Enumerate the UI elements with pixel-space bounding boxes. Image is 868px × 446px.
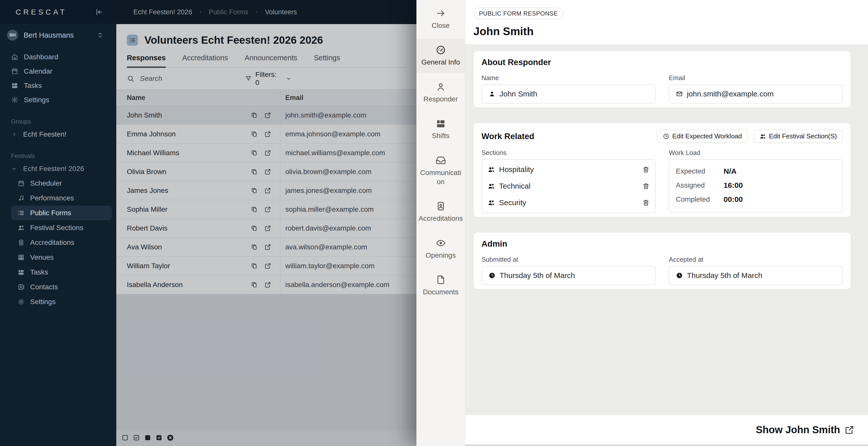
- trash-icon[interactable]: [643, 199, 650, 206]
- collapse-sidebar-icon[interactable]: [94, 7, 103, 17]
- trash-icon[interactable]: [643, 166, 650, 173]
- breadcrumb-volunteers[interactable]: Volunteers: [265, 8, 297, 16]
- sidebar-festival-item[interactable]: Venues: [11, 250, 112, 265]
- drawer-nav-item[interactable]: General Info: [416, 39, 465, 73]
- sidebar-festival-item[interactable]: Festival Sections: [11, 221, 112, 235]
- tab[interactable]: Announcements: [245, 54, 298, 68]
- sidebar-item-group[interactable]: Echt Feesten!: [0, 127, 116, 141]
- copy-icon[interactable]: [251, 282, 257, 288]
- table-row[interactable]: Emma Johnson emma.johnson@example.com: [116, 125, 416, 144]
- column-name[interactable]: Name: [116, 94, 280, 102]
- square-filled-icon[interactable]: [144, 434, 151, 442]
- external-link-icon[interactable]: [265, 150, 271, 156]
- edit-festival-sections-button[interactable]: Edit Festival Section(S): [753, 130, 843, 143]
- list-icon: [129, 37, 136, 44]
- festival-item-label: Tasks: [30, 268, 48, 276]
- external-link-icon[interactable]: [265, 131, 271, 137]
- sidebar-festival-item[interactable]: Public Forms: [11, 206, 112, 220]
- table-row[interactable]: James Jones james.jones@example.com: [116, 181, 416, 200]
- row-name: Sophia Miller: [127, 205, 244, 214]
- drawer-nav-item[interactable]: Documents: [416, 268, 465, 302]
- copy-icon[interactable]: [251, 206, 257, 213]
- section-name: Security: [499, 198, 526, 207]
- name-label: Name: [482, 74, 655, 82]
- response-drawer: Close General Info Responder Shifts Comm…: [416, 0, 868, 446]
- table-row[interactable]: Robert Davis robert.davis@example.com: [116, 219, 416, 238]
- table-row[interactable]: Michael Williams michael.williams@exampl…: [116, 144, 416, 162]
- file-icon: [435, 275, 446, 285]
- drawer-nav-label: Close: [432, 21, 450, 30]
- copy-icon[interactable]: [251, 112, 257, 119]
- trash-icon[interactable]: [643, 183, 650, 190]
- eye-icon: [435, 238, 446, 248]
- table-row[interactable]: Sophia Miller sophia.miller@example.com: [116, 200, 416, 219]
- table-row[interactable]: Isabella Anderson isabella.anderson@exam…: [116, 276, 416, 294]
- filters-button[interactable]: Filters: 0: [245, 70, 291, 87]
- external-link-icon[interactable]: [265, 187, 271, 194]
- external-link-icon[interactable]: [265, 225, 271, 231]
- square-check-icon[interactable]: [133, 434, 140, 442]
- sidebar-item[interactable]: Calendar: [0, 64, 116, 78]
- copy-icon[interactable]: [251, 150, 257, 156]
- square-icon[interactable]: [121, 434, 129, 442]
- row-name: Olivia Brown: [127, 168, 244, 176]
- copy-icon[interactable]: [251, 168, 257, 175]
- sidebar-festival-item[interactable]: Contacts: [11, 280, 112, 294]
- sidebar-festival-item[interactable]: Tasks: [11, 265, 112, 280]
- email-field[interactable]: john.smith@example.com: [669, 84, 843, 103]
- drawer-nav-item[interactable]: Responder: [416, 75, 465, 110]
- sidebar-item[interactable]: Dashboard: [0, 50, 116, 64]
- drawer-nav-item[interactable]: Communication: [416, 149, 465, 193]
- sidebar-festival-item[interactable]: Scheduler: [11, 176, 112, 191]
- external-link-icon[interactable]: [265, 206, 271, 213]
- sidebar-item[interactable]: Settings: [0, 93, 116, 107]
- user-menu[interactable]: BH Bert Hausmans: [0, 24, 116, 46]
- copy-icon[interactable]: [251, 225, 257, 231]
- copy-icon[interactable]: [251, 187, 257, 194]
- breadcrumb-public-forms[interactable]: Public Forms: [209, 8, 248, 16]
- name-field[interactable]: John Smith: [482, 84, 655, 103]
- external-link-icon[interactable]: [265, 244, 271, 250]
- drawer-nav-item[interactable]: Close: [416, 2, 465, 36]
- app-root: CRESCAT BH Bert Hausmans Dashboard Calen…: [0, 0, 868, 446]
- drawer-nav-item[interactable]: Accreditations: [416, 195, 465, 229]
- search-input[interactable]: [140, 74, 245, 83]
- external-link-icon[interactable]: [265, 282, 271, 288]
- table-row[interactable]: Ava Wilson ava.wilson@example.com: [116, 238, 416, 257]
- email-value: john.smith@example.com: [687, 90, 774, 98]
- drawer-nav-item[interactable]: Shifts: [416, 112, 465, 147]
- sidebar-item-festival[interactable]: Echt Feesten! 2026: [0, 161, 116, 176]
- external-link-icon[interactable]: [265, 263, 271, 269]
- tabs: ResponsesAccreditationsAnnouncementsSett…: [127, 54, 406, 68]
- filters-label: Filters: 0: [255, 70, 282, 87]
- external-link-icon[interactable]: [265, 112, 271, 119]
- copy-icon[interactable]: [251, 263, 257, 269]
- accepted-at-field[interactable]: Thursday 5th of March: [669, 266, 843, 285]
- breadcrumb-festival[interactable]: Echt Feesten! 2026: [133, 8, 192, 16]
- copy-icon[interactable]: [251, 131, 257, 137]
- drawer-nav-item[interactable]: Openings: [416, 232, 465, 266]
- submitted-at-label: Submitted at: [482, 256, 655, 263]
- copy-icon[interactable]: [251, 244, 257, 250]
- submitted-at-field[interactable]: Thursday 5th of March: [482, 266, 655, 285]
- tab[interactable]: Settings: [314, 54, 340, 68]
- column-email[interactable]: Email: [280, 90, 416, 106]
- festival-item-label: Performances: [30, 194, 74, 202]
- circle-x-icon[interactable]: [166, 434, 174, 442]
- square-check-filled-icon[interactable]: [155, 434, 163, 442]
- table-row[interactable]: Olivia Brown olivia.brown@example.com: [116, 162, 416, 181]
- tab[interactable]: Responses: [127, 54, 166, 68]
- row-email: ava.wilson@example.com: [280, 238, 416, 256]
- tab[interactable]: Accreditations: [182, 54, 228, 68]
- sidebar-festival-item[interactable]: Performances: [11, 191, 112, 205]
- show-responder-link[interactable]: Show John Smith: [756, 424, 854, 436]
- sidebar-item[interactable]: Tasks: [0, 78, 116, 93]
- sidebar-festival-item[interactable]: Settings: [11, 294, 112, 309]
- sidebar-festival-item[interactable]: Accreditations: [11, 235, 112, 250]
- external-link-icon[interactable]: [265, 168, 271, 175]
- workload-row: Completed 00:00: [676, 192, 836, 206]
- table-row[interactable]: John Smith john.smith@example.com: [116, 106, 416, 125]
- work-related-card: Work Related Edit Expected Workload Edit…: [473, 123, 851, 217]
- edit-expected-workload-button[interactable]: Edit Expected Workload: [657, 130, 748, 143]
- table-row[interactable]: William Taylor william.taylor@example.co…: [116, 257, 416, 276]
